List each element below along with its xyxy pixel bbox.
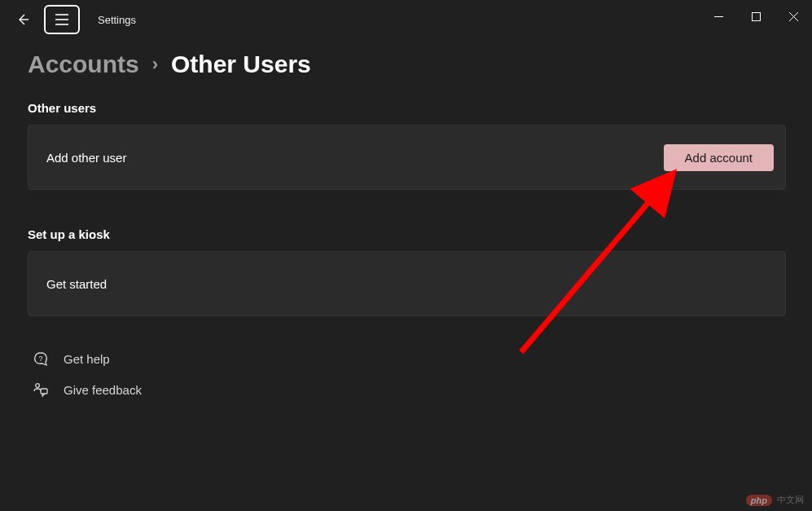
breadcrumb: Accounts › Other Users — [28, 51, 786, 78]
add-other-user-label: Add other user — [46, 151, 126, 165]
arrow-left-icon — [16, 13, 29, 26]
watermark-text: 中文网 — [777, 494, 804, 506]
breadcrumb-current: Other Users — [171, 51, 311, 78]
give-feedback-link[interactable]: Give feedback — [33, 381, 786, 398]
help-icon: ? — [33, 350, 49, 367]
section-heading-kiosk: Set up a kiosk — [28, 227, 786, 241]
nav-menu-button[interactable] — [44, 5, 80, 34]
give-feedback-label: Give feedback — [64, 383, 142, 397]
minimize-button[interactable] — [700, 0, 737, 33]
svg-rect-4 — [752, 12, 760, 20]
watermark: php 中文网 — [746, 494, 804, 506]
back-button[interactable] — [7, 3, 39, 36]
breadcrumb-parent[interactable]: Accounts — [28, 51, 139, 78]
watermark-logo: php — [746, 495, 772, 506]
app-title: Settings — [98, 14, 136, 26]
titlebar: Settings — [0, 0, 812, 39]
content-area: Accounts › Other Users Other users Add o… — [0, 39, 812, 398]
hamburger-icon — [55, 14, 69, 25]
section-heading-other-users: Other users — [28, 101, 786, 115]
get-help-label: Get help — [64, 352, 110, 366]
svg-rect-9 — [41, 389, 47, 394]
maximize-icon — [752, 12, 761, 21]
add-account-button[interactable]: Add account — [664, 144, 774, 171]
add-other-user-row: Add other user Add account — [28, 125, 786, 190]
kiosk-get-started-label: Get started — [46, 277, 107, 291]
close-button[interactable] — [775, 0, 812, 33]
get-help-link[interactable]: ? Get help — [33, 350, 786, 367]
svg-point-8 — [36, 384, 40, 388]
maximize-button[interactable] — [737, 0, 775, 33]
window-controls — [700, 0, 812, 33]
svg-text:?: ? — [38, 355, 42, 363]
feedback-icon — [33, 381, 49, 398]
kiosk-get-started-row[interactable]: Get started — [28, 251, 786, 316]
chevron-right-icon: › — [152, 54, 158, 75]
minimize-icon — [714, 12, 723, 21]
close-icon — [789, 12, 798, 21]
help-links: ? Get help Give feedback — [28, 350, 786, 398]
